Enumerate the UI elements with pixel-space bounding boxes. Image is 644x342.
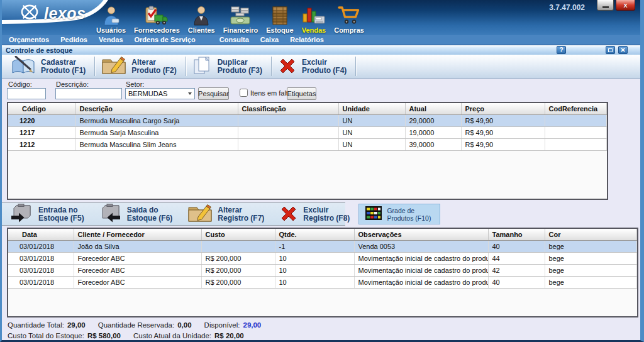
maximize-icon[interactable]: [606, 46, 615, 54]
menu-item-relatorios[interactable]: Relatórios: [284, 35, 330, 45]
alterar-icon: [187, 204, 213, 225]
cell-preco: R$ 49,90: [461, 126, 545, 138]
column-header-preco[interactable]: Preço: [461, 103, 545, 114]
cell-classificacao: [238, 138, 338, 150]
nav-item-estoque[interactable]: Estoque: [266, 6, 293, 34]
cell-codreferencia: [545, 114, 607, 126]
codigo-input[interactable]: [7, 88, 46, 99]
column-header-atual[interactable]: Atual: [405, 103, 461, 114]
table-row[interactable]: 1220Bermuda Masculina Cargo SarjaUN29,00…: [8, 114, 607, 126]
cell-qtde: 10: [275, 252, 354, 264]
summary-label: Quantidade Reservada:: [98, 321, 174, 329]
cell-data: 03/01/2018: [8, 252, 74, 264]
column-header-qtde[interactable]: Qtde.: [275, 229, 354, 240]
table-row[interactable]: 1217Bermuda Sarja MasculinaUN19,0000R$ 4…: [8, 126, 607, 138]
button-label: DuplicarProduto (F3): [218, 58, 262, 75]
column-header-codreferencia[interactable]: CodReferencia: [545, 103, 607, 114]
nav-item-vendas[interactable]: Vendas: [302, 6, 326, 34]
compras-icon: [338, 6, 360, 26]
movements-table: DataCliente / FornecedorCustoQtde.Observ…: [7, 228, 638, 317]
column-header-classificacao[interactable]: Classificação: [238, 103, 338, 114]
cadastrar-icon: [11, 56, 36, 77]
column-header-data[interactable]: Data: [8, 229, 74, 240]
descricao-input[interactable]: [55, 88, 122, 99]
column-header-cliente-fornecedor[interactable]: Cliente / Fornecedor: [74, 229, 201, 240]
entrada-no-estoque-f5-button[interactable]: Entrada noEstoque (F5): [4, 203, 93, 225]
panel-titlebar: Controle de estoque ? ✕: [2, 45, 640, 55]
summary-value: 29,00: [67, 321, 86, 329]
setor-select[interactable]: BERMUDAS: [125, 88, 195, 99]
menu-item-ordens-de-servico[interactable]: Ordens de Serviço: [129, 35, 201, 45]
button-label: ExcluirRegistro (F8): [303, 206, 350, 223]
nav-item-clientes[interactable]: Clientes: [188, 6, 215, 34]
setor-selected-value: BERMUDAS: [126, 90, 167, 97]
cell-codigo: 1217: [8, 126, 75, 138]
nav-item-fornecedores[interactable]: Fornecedores: [134, 6, 180, 34]
pesquisar-button[interactable]: Pesquisar: [198, 87, 229, 100]
saida-icon: [99, 204, 122, 225]
panel-close-icon[interactable]: ✕: [618, 46, 628, 54]
cell-unidade: UN: [338, 114, 405, 126]
duplicar-produto-f3-button[interactable]: DuplicarProduto (F3): [186, 55, 271, 78]
table-row[interactable]: 03/01/2018Forecedor ABCR$ 200,00010Movim…: [8, 252, 637, 264]
alterar-registro-f7-button[interactable]: AlterarRegistro (F7): [181, 203, 273, 225]
excluir-registro-f8-button[interactable]: ExcluirRegistro (F8): [273, 203, 358, 225]
setor-label: Setor:: [126, 80, 144, 88]
column-header-cor[interactable]: Cor: [545, 229, 637, 240]
movements-area: DataCliente / FornecedorCustoQtde.Observ…: [2, 228, 640, 317]
close-icon[interactable]: x: [616, 0, 635, 11]
menu-item-caixa[interactable]: Caixa: [255, 35, 284, 45]
grade-de-produtos-f10-button[interactable]: Grade deProdutos (F10): [358, 204, 440, 224]
column-header-observacoes[interactable]: Observações: [354, 229, 488, 240]
products-toolbar: CadastrarProduto (F1)AlterarProduto (F2)…: [2, 55, 640, 79]
cell-obs: Movimentação inicial de cadastro do prod…: [354, 252, 488, 264]
table-row[interactable]: 03/01/2018Forecedor ABCR$ 200,00010Movim…: [8, 264, 637, 276]
nav-item-label: Financeiro: [223, 27, 258, 34]
nav-item-label: Clientes: [188, 27, 215, 34]
cell-tamanho: 40: [488, 240, 545, 252]
column-header-custo[interactable]: Custo: [201, 229, 275, 240]
table-row[interactable]: 03/01/2018Forecedor ABCR$ 200,00010Movim…: [8, 276, 637, 288]
cell-cliente: João da Silva: [74, 240, 201, 252]
column-header-descricao[interactable]: Descrição: [75, 103, 238, 114]
button-label: ExcluirProduto (F4): [302, 58, 347, 75]
nav-item-financeiro[interactable]: Financeiro: [223, 6, 258, 34]
column-header-tamanho[interactable]: Tamanho: [488, 229, 545, 240]
help-icon[interactable]: ?: [557, 46, 566, 54]
menu-item-orcamentos[interactable]: Orçamentos: [3, 35, 55, 45]
cell-tamanho: 42: [488, 264, 545, 276]
codigo-label: Código:: [8, 80, 32, 88]
itens-em-falta-checkbox[interactable]: [240, 89, 248, 97]
financeiro-icon: [230, 6, 251, 26]
cell-tamanho: 44: [488, 252, 545, 264]
button-label: Grade deProdutos (F10): [387, 207, 431, 222]
menu-item-consulta[interactable]: Consulta: [214, 35, 255, 45]
lexos-logo: lexos: [19, 3, 86, 23]
table-row[interactable]: 03/01/2018João da Silva-1Venda 005340beg…: [8, 240, 637, 252]
nav-item-compras[interactable]: Compras: [334, 6, 364, 34]
movements-toolbar: Entrada noEstoque (F5)Saída doEstoque (F…: [2, 202, 345, 226]
minimize-icon[interactable]: [597, 0, 614, 11]
menu-item-vendas[interactable]: Vendas: [93, 35, 129, 45]
etiquetas-button[interactable]: Etiquetas: [287, 87, 316, 100]
table-row[interactable]: 1212Bermuda Masculina Slim JeansUN39,000…: [8, 138, 607, 150]
column-header-unidade[interactable]: Unidade: [338, 103, 405, 114]
cadastrar-produto-f1-button[interactable]: CadastrarProduto (F1): [4, 55, 94, 78]
summary-costs: Custo Total do Estoque:R$ 580,00Custo At…: [8, 332, 640, 339]
excluir-icon: [279, 204, 298, 224]
excluir-produto-f4-button[interactable]: ExcluirProduto (F4): [272, 55, 355, 78]
column-header-codigo[interactable]: Código: [8, 103, 75, 114]
cell-codigo: 1220: [8, 114, 75, 126]
grade-icon: [365, 206, 382, 223]
summary-value: 29,00: [243, 321, 261, 329]
app-header: lexos 3.7.47.002 x UsuáriosFornecedoresC…: [2, 0, 640, 35]
button-label: AlterarRegistro (F7): [218, 206, 264, 223]
saida-do-estoque-f6-button[interactable]: Saída doEstoque (F6): [93, 203, 182, 225]
menu-item-pedidos[interactable]: Pedidos: [55, 35, 93, 45]
summary-label: Custo Atual da Unidade:: [133, 332, 211, 339]
nav-item-usuarios[interactable]: Usuários: [96, 6, 126, 34]
cell-descricao: Bermuda Masculina Slim Jeans: [75, 138, 238, 150]
cell-obs: Movimentação inicial de cadastro do prod…: [354, 276, 488, 288]
alterar-produto-f2-button[interactable]: AlterarProduto (F2): [95, 55, 185, 78]
app-window: lexos 3.7.47.002 x UsuáriosFornecedoresC…: [0, 0, 644, 342]
